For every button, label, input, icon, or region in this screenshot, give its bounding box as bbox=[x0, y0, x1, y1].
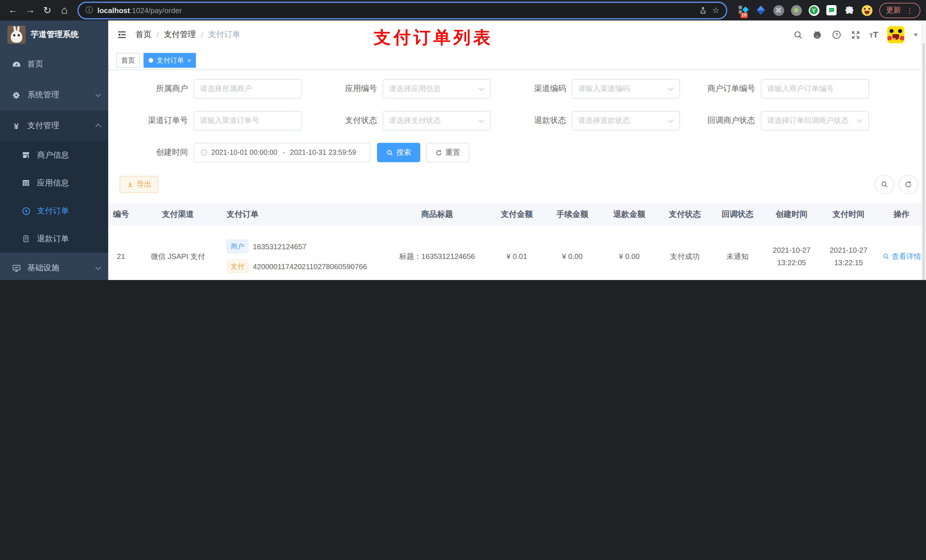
filter-label: 所属商户 bbox=[120, 84, 194, 94]
tag-home[interactable]: 首页 bbox=[116, 53, 140, 68]
sidebar-item-label: 应用信息 bbox=[37, 178, 100, 188]
avatar[interactable] bbox=[887, 26, 904, 43]
sidebar-item-app-info[interactable]: 应用信息 bbox=[0, 169, 108, 197]
placeholder-text: 请选择支付状态 bbox=[389, 116, 477, 126]
column-header: 操作 bbox=[877, 210, 926, 220]
menu-kebab-icon[interactable]: ⋮ bbox=[906, 6, 914, 15]
merchant-select[interactable]: 请选择所属商户 bbox=[194, 79, 302, 98]
column-header: 手续金额 bbox=[544, 210, 601, 220]
dashboard-icon bbox=[11, 60, 21, 69]
sidebar-item-pay-order[interactable]: ¥ 支付订单 bbox=[0, 197, 108, 225]
url-text: localhost:1024/pay/order bbox=[97, 5, 182, 15]
share-icon[interactable] bbox=[699, 6, 708, 15]
site-info-icon[interactable]: ⓘ bbox=[85, 5, 93, 15]
channel-code-select[interactable]: 请输入渠道编码 bbox=[572, 79, 680, 98]
filter-row-3: 创建时间 2021-10-01 00:00:00 - 2021-10-31 23… bbox=[120, 143, 926, 162]
fee-amount-cell: ¥ 0.00 bbox=[544, 252, 601, 261]
placeholder-text: 请选择应用信息 bbox=[389, 84, 477, 94]
notify-status-select[interactable]: 请选择订单回调商户状态 bbox=[761, 111, 869, 130]
chevron-down-icon bbox=[668, 85, 673, 91]
view-detail-label: 查看详情 bbox=[891, 251, 921, 261]
tag-label: 支付订单 bbox=[157, 56, 184, 65]
pay-time-cell: 2021-10-2713:22:15 bbox=[820, 246, 877, 267]
sidebar-item-label: 系统管理 bbox=[27, 90, 90, 100]
font-size-icon[interactable]: TT bbox=[869, 30, 878, 40]
refund-status-select[interactable]: 请选择退款状态 bbox=[572, 111, 680, 130]
create-time-value: 2021-10-2713:22:05 bbox=[773, 246, 811, 267]
order-no-cell: 商户1635312124657支付42000011742021102780605… bbox=[222, 240, 384, 273]
document-icon bbox=[21, 234, 31, 243]
home-icon[interactable]: ⌂ bbox=[57, 3, 72, 18]
address-bar[interactable]: ⓘ localhost:1024/pay/order ☆ bbox=[77, 2, 727, 19]
column-header: 商品标题 bbox=[384, 210, 490, 220]
breadcrumb-current: 支付订单 bbox=[209, 30, 240, 40]
scrollbar-thumb[interactable] bbox=[923, 43, 925, 280]
sidebar-item-refund-order[interactable]: 退款订单 bbox=[0, 225, 108, 253]
sidebar-item-merchant-info[interactable]: 商户信息 bbox=[0, 141, 108, 169]
filter-label: 回调商户状态 bbox=[687, 116, 761, 126]
page-scrollbar[interactable] bbox=[921, 21, 926, 280]
filter-label: 应用编号 bbox=[309, 84, 383, 94]
github-icon[interactable] bbox=[812, 30, 822, 40]
chevron-down-icon bbox=[479, 117, 484, 123]
kite-extension-icon[interactable] bbox=[755, 5, 767, 16]
tag-pay-order[interactable]: 支付订单 × bbox=[144, 53, 196, 68]
chevron-down-icon bbox=[479, 85, 484, 91]
payment-submenu: 商户信息 应用信息 ¥ 支付订单 退款订单 bbox=[0, 141, 108, 253]
sidebar-item-payment[interactable]: ¥ 支付管理 bbox=[0, 110, 108, 141]
column-header: 支付状态 bbox=[658, 210, 712, 220]
download-icon bbox=[126, 181, 134, 188]
y-extension-icon[interactable]: Y bbox=[808, 5, 820, 16]
refresh-table-button[interactable] bbox=[899, 175, 918, 194]
breadcrumb-home[interactable]: 首页 bbox=[136, 30, 151, 40]
merchant-order-no-input[interactable]: 请输入商户订单编号 bbox=[761, 79, 869, 98]
reset-button[interactable]: 重置 bbox=[426, 143, 469, 162]
search-icon[interactable] bbox=[793, 30, 803, 39]
reload-icon[interactable]: ↻ bbox=[40, 3, 54, 18]
notify-status-cell: 未通知 bbox=[712, 251, 763, 261]
fullscreen-icon[interactable] bbox=[850, 30, 860, 39]
pay-status-select[interactable]: 请选择支付状态 bbox=[383, 111, 491, 130]
channel-order-no-input[interactable]: 请输入渠道订单号 bbox=[194, 111, 302, 130]
bookmark-star-icon[interactable]: ☆ bbox=[712, 6, 719, 15]
extension-icon[interactable]: 10 bbox=[737, 5, 749, 16]
close-icon[interactable]: × bbox=[188, 57, 191, 64]
column-header: 支付时间 bbox=[820, 210, 877, 220]
date-line: 2021-10-27 bbox=[830, 246, 868, 254]
toggle-search-button[interactable] bbox=[875, 175, 894, 194]
column-header: 支付金额 bbox=[490, 210, 544, 220]
sidebar-item-infra[interactable]: 基础设施 bbox=[0, 253, 108, 280]
collapse-sidebar-icon[interactable] bbox=[117, 30, 127, 40]
search-button[interactable]: 搜索 bbox=[377, 143, 420, 162]
reset-button-label: 重置 bbox=[445, 147, 460, 158]
chrome-update-button[interactable]: 更新 ⋮ bbox=[879, 3, 920, 18]
export-button[interactable]: 导出 bbox=[120, 176, 158, 193]
sidebar-item-home[interactable]: 首页 bbox=[0, 49, 108, 80]
profile-avatar-icon[interactable] bbox=[861, 5, 873, 16]
create-time-range-input[interactable]: 2021-10-01 00:00:00 - 2021-10-31 23:59:5… bbox=[194, 143, 370, 162]
app-window: 芋道管理系统 首页 系统管理 ¥ 支付管理 bbox=[0, 21, 926, 280]
app-logo[interactable]: 芋道管理系统 bbox=[0, 21, 108, 49]
forward-icon[interactable]: → bbox=[23, 3, 38, 18]
puzzle-extensions-icon[interactable] bbox=[843, 5, 855, 16]
help-icon[interactable]: ? bbox=[831, 30, 841, 40]
chevron-down-icon bbox=[95, 91, 101, 97]
app-select[interactable]: 请选择应用信息 bbox=[383, 79, 491, 98]
time-line: 13:22:05 bbox=[777, 258, 806, 267]
chat-extension-icon[interactable] bbox=[826, 5, 837, 16]
column-header: 退款金额 bbox=[601, 210, 658, 220]
filter-row-2: 渠道订单号 请输入渠道订单号 支付状态 请选择支付状态 退款状态 请选择退款状态… bbox=[120, 111, 926, 130]
avatar-caret-icon[interactable] bbox=[914, 33, 918, 36]
command-extension-icon[interactable]: ⌘ bbox=[773, 5, 784, 16]
sidebar-item-system[interactable]: 系统管理 bbox=[0, 80, 108, 110]
view-detail-link[interactable]: 查看详情 bbox=[882, 251, 921, 261]
merchant-order-no: 1635312124657 bbox=[253, 242, 306, 251]
pay-tag: 支付 bbox=[227, 260, 248, 273]
tag-label: 首页 bbox=[121, 56, 135, 65]
dot-extension-icon[interactable] bbox=[790, 5, 802, 16]
back-icon[interactable]: ← bbox=[6, 3, 21, 18]
filter-label: 渠道编码 bbox=[498, 84, 572, 94]
merchant-tag: 商户 bbox=[227, 240, 248, 253]
search-icon bbox=[882, 253, 889, 260]
column-header: 编号 bbox=[108, 210, 134, 220]
